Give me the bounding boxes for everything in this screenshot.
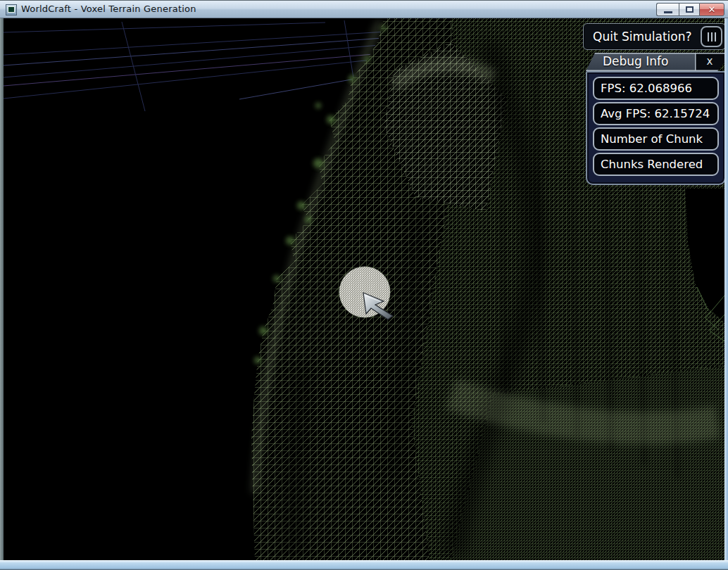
chunk-count-readout: Number of Chunk [593, 127, 719, 151]
window-titlebar[interactable]: WorldCraft - Voxel Terrain Generation ✕ [0, 0, 728, 18]
maximize-icon [686, 6, 694, 13]
app-icon [6, 4, 17, 15]
maximize-button[interactable] [679, 3, 699, 16]
fps-readout: FPS: 62.068966 [593, 77, 719, 100]
quit-simulation-panel: Quit Simulation? [583, 23, 724, 50]
window-controls: ✕ [656, 3, 724, 16]
app-window: { "window": { "title": "WorldCraft - Vox… [0, 0, 728, 570]
chunks-rendered-readout: Chunks Rendered [593, 153, 719, 176]
debug-close-button[interactable]: x [695, 53, 724, 71]
close-icon: x [707, 53, 713, 70]
quit-simulation-label: Quit Simulation? [584, 30, 701, 44]
render-viewport[interactable]: Quit Simulation? Debug Info x FPS: 62.06… [4, 18, 724, 560]
quit-toggle-button[interactable] [701, 26, 722, 47]
window-border-left [0, 18, 4, 562]
window-border-right [724, 18, 728, 562]
window-border-bottom [0, 560, 728, 570]
close-button[interactable]: ✕ [699, 3, 724, 16]
close-icon: ✕ [708, 5, 716, 14]
avg-fps-readout: Avg FPS: 62.15724 [593, 102, 719, 125]
debug-info-title: Debug Info [603, 54, 668, 68]
debug-info-window: Debug Info x FPS: 62.068966 Avg FPS: 62.… [586, 53, 724, 185]
quit-toggle-icon [708, 32, 709, 42]
debug-info-body: FPS: 62.068966 Avg FPS: 62.15724 Number … [586, 71, 724, 185]
window-title: WorldCraft - Voxel Terrain Generation [21, 4, 196, 14]
minimize-button[interactable] [656, 3, 679, 16]
minimize-icon [664, 11, 672, 13]
